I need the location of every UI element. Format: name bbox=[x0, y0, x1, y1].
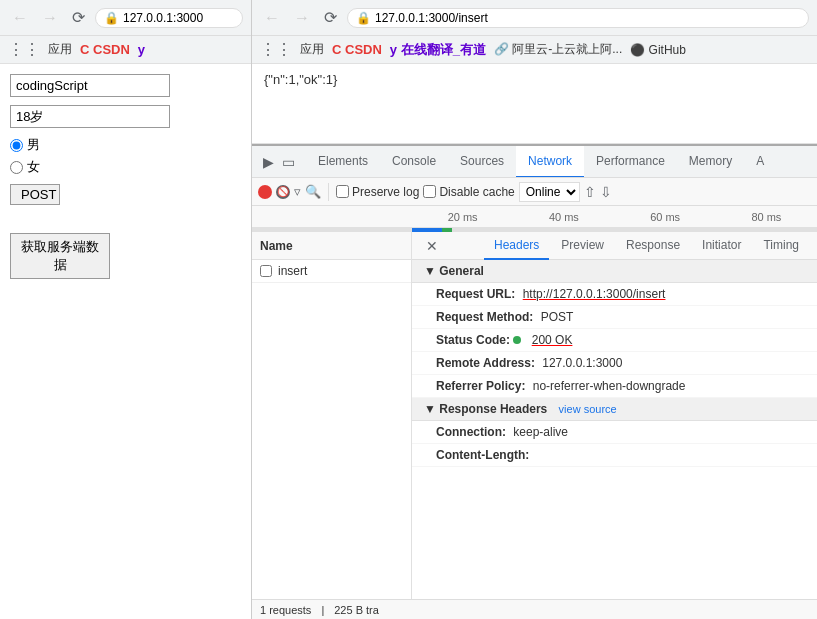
bookmark-aliyun[interactable]: 🔗 阿里云-上云就上阿... bbox=[494, 41, 622, 58]
response-text: {"n":1,"ok":1} bbox=[264, 72, 337, 87]
devtools-status-bar: 1 requests | 225 B tra bbox=[252, 599, 817, 619]
separator: | bbox=[321, 604, 324, 616]
bookmark-apps-left[interactable]: 应用 bbox=[48, 41, 72, 58]
row-checkbox-insert[interactable] bbox=[260, 265, 272, 277]
requests-count: 1 requests bbox=[260, 604, 311, 616]
general-section-header: ▼ General bbox=[412, 260, 817, 283]
bookmark-y-right[interactable]: y 在线翻译_有道 bbox=[390, 41, 486, 59]
status-code-label: Status Code: bbox=[436, 333, 510, 347]
bookmark-apps-right[interactable]: 应用 bbox=[300, 41, 324, 58]
bookmark-github[interactable]: ⚫ GitHub bbox=[630, 43, 686, 57]
view-source-link[interactable]: view source bbox=[559, 403, 617, 415]
timeline-bar-blue bbox=[412, 228, 442, 232]
radio-male-input[interactable] bbox=[10, 139, 23, 152]
referrer-policy-row: Referrer Policy: no-referrer-when-downgr… bbox=[412, 375, 817, 398]
filter-icon[interactable]: ▿ bbox=[294, 184, 301, 199]
detail-tab-preview[interactable]: Preview bbox=[551, 232, 614, 260]
toolbar-sep-1 bbox=[328, 183, 329, 201]
right-back-button[interactable]: ← bbox=[260, 7, 284, 29]
right-bookmarks-bar: ⋮⋮ 应用 C CSDN y 在线翻译_有道 🔗 阿里云-上云就上阿... ⚫ … bbox=[252, 36, 817, 64]
request-method-value: POST bbox=[541, 310, 574, 324]
network-file-list: Name insert bbox=[252, 232, 412, 599]
fetch-button[interactable]: 获取服务端数据 bbox=[10, 233, 110, 279]
detail-tab-headers[interactable]: Headers bbox=[484, 232, 549, 260]
response-headers-arrow: ▼ bbox=[424, 402, 439, 416]
tab-network[interactable]: Network bbox=[516, 146, 584, 178]
detail-tab-bar: ✕ Headers Preview Response Initiator Tim… bbox=[412, 232, 817, 260]
radio-female-label: 女 bbox=[27, 158, 40, 176]
tab-elements[interactable]: Elements bbox=[306, 146, 380, 178]
timeline-progress-bar bbox=[252, 228, 817, 232]
disable-cache-text: Disable cache bbox=[439, 185, 514, 199]
radio-female-input[interactable] bbox=[10, 161, 23, 174]
timeline-header: 20 ms 40 ms 60 ms 80 ms bbox=[252, 206, 817, 228]
reload-button[interactable]: ⟳ bbox=[68, 6, 89, 29]
disable-cache-label[interactable]: Disable cache bbox=[423, 185, 514, 199]
age-input[interactable] bbox=[10, 105, 170, 128]
tab-memory[interactable]: Memory bbox=[677, 146, 744, 178]
network-content-area: Name insert ✕ Headers Preview Response I… bbox=[252, 232, 817, 599]
forward-button[interactable]: → bbox=[38, 7, 62, 29]
device-icon[interactable]: ▭ bbox=[279, 151, 298, 173]
left-bookmarks-bar: ⋮⋮ 应用 C CSDN y bbox=[0, 36, 251, 64]
detail-panel: ✕ Headers Preview Response Initiator Tim… bbox=[412, 232, 817, 599]
request-method-label: Request Method: bbox=[436, 310, 533, 324]
tab-more[interactable]: A bbox=[744, 146, 776, 178]
tab-performance[interactable]: Performance bbox=[584, 146, 677, 178]
tab-sources[interactable]: Sources bbox=[448, 146, 516, 178]
tick-60ms: 60 ms bbox=[615, 211, 716, 223]
bookmark-csdn-left[interactable]: C CSDN bbox=[80, 42, 130, 57]
detail-tab-initiator[interactable]: Initiator bbox=[692, 232, 751, 260]
tick-40ms: 40 ms bbox=[513, 211, 614, 223]
request-url-value[interactable]: http://127.0.0.1:3000/insert bbox=[523, 287, 666, 301]
response-headers-section-header: ▼ Response Headers view source bbox=[412, 398, 817, 421]
status-dot-green bbox=[513, 336, 521, 344]
connection-row: Connection: keep-alive bbox=[412, 421, 817, 444]
radio-female[interactable]: 女 bbox=[10, 158, 241, 176]
content-length-label: Content-Length: bbox=[436, 448, 529, 462]
detail-tab-response[interactable]: Response bbox=[616, 232, 690, 260]
left-browser-pane: ← → ⟳ 🔒 127.0.0.1:3000 ⋮⋮ 应用 C CSDN y 男 bbox=[0, 0, 252, 619]
devtools-panel: ▶ ▭ Elements Console Sources Network Per… bbox=[252, 144, 817, 619]
name-input[interactable] bbox=[10, 74, 170, 97]
clear-button[interactable]: 🚫 bbox=[276, 185, 290, 199]
secure-icon-right: 🔒 bbox=[356, 11, 371, 25]
status-code-value: 200 OK bbox=[532, 333, 573, 347]
radio-male[interactable]: 男 bbox=[10, 136, 241, 154]
network-throttle-select[interactable]: Online bbox=[519, 182, 580, 202]
download-icon[interactable]: ⇩ bbox=[600, 184, 612, 200]
row-name-insert: insert bbox=[278, 264, 307, 278]
detail-close-button[interactable]: ✕ bbox=[420, 238, 444, 254]
tick-80ms: 80 ms bbox=[716, 211, 817, 223]
connection-label: Connection: bbox=[436, 425, 506, 439]
general-arrow: ▼ bbox=[424, 264, 439, 278]
record-button[interactable] bbox=[258, 185, 272, 199]
network-row-insert[interactable]: insert bbox=[252, 260, 411, 283]
left-address-bar[interactable]: 🔒 127.0.0.1:3000 bbox=[95, 8, 243, 28]
right-reload-button[interactable]: ⟳ bbox=[320, 6, 341, 29]
remote-address-value: 127.0.0.1:3000 bbox=[542, 356, 622, 370]
post-button[interactable]: POST bbox=[10, 184, 60, 205]
referrer-policy-label: Referrer Policy: bbox=[436, 379, 525, 393]
preserve-log-label[interactable]: Preserve log bbox=[336, 185, 419, 199]
inspect-icon[interactable]: ▶ bbox=[260, 151, 277, 173]
right-forward-button[interactable]: → bbox=[290, 7, 314, 29]
preserve-log-checkbox[interactable] bbox=[336, 185, 349, 198]
detail-tab-timing[interactable]: Timing bbox=[753, 232, 809, 260]
tab-console[interactable]: Console bbox=[380, 146, 448, 178]
response-headers-label: Response Headers bbox=[439, 402, 547, 416]
disable-cache-checkbox[interactable] bbox=[423, 185, 436, 198]
right-address-bar[interactable]: 🔒 127.0.0.1:3000/insert bbox=[347, 8, 809, 28]
back-button[interactable]: ← bbox=[8, 7, 32, 29]
bookmark-csdn-right[interactable]: C CSDN bbox=[332, 42, 382, 57]
left-address-text: 127.0.0.1:3000 bbox=[123, 11, 203, 25]
search-icon[interactable]: 🔍 bbox=[305, 184, 321, 199]
devtools-icons-group: ▶ ▭ bbox=[256, 151, 302, 173]
right-nav-bar: ← → ⟳ 🔒 127.0.0.1:3000/insert bbox=[252, 0, 817, 36]
devtools-toolbar: 🚫 ▿ 🔍 Preserve log Disable cache Online … bbox=[252, 178, 817, 206]
request-method-row: Request Method: POST bbox=[412, 306, 817, 329]
bookmark-y-left[interactable]: y bbox=[138, 42, 145, 57]
preserve-log-text: Preserve log bbox=[352, 185, 419, 199]
upload-icon[interactable]: ⇧ bbox=[584, 184, 596, 200]
content-length-row: Content-Length: bbox=[412, 444, 817, 467]
